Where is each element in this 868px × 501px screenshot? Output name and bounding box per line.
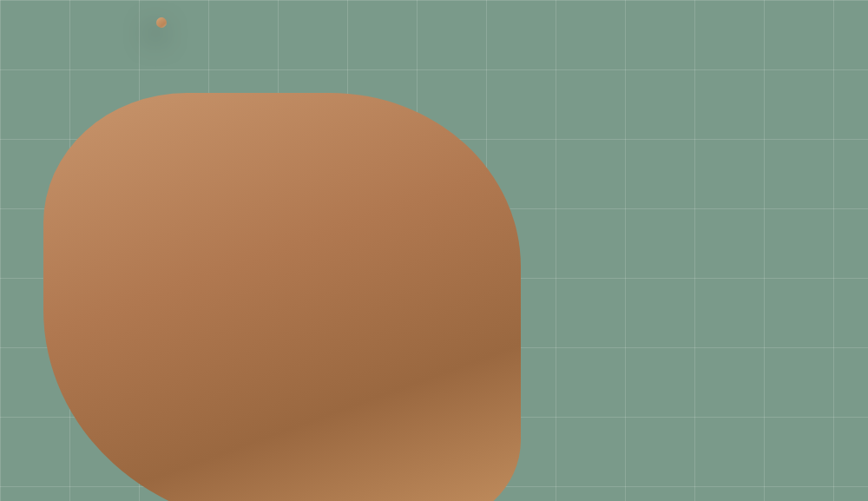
main-scene: 10.52 📶 🔋 BRI mo Hal [0, 0, 868, 501]
hand-background [43, 93, 521, 501]
phone-case: 10.52 📶 🔋 BRI mo Hal [155, 16, 167, 28]
phone-in-hand: 10.52 📶 🔋 BRI mo Hal [155, 16, 167, 28]
